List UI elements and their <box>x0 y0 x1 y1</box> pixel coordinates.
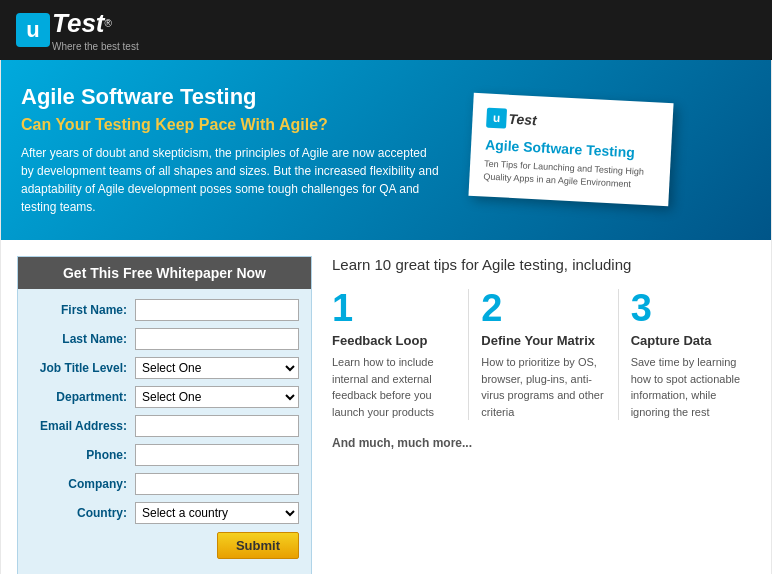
tip-desc-1: Learn how to include internal and extern… <box>332 354 456 420</box>
phone-input[interactable] <box>135 444 299 466</box>
submit-button[interactable]: Submit <box>217 532 299 559</box>
tip-number-3: 3 <box>631 289 755 327</box>
email-label: Email Address: <box>30 419 135 433</box>
tip-item-3: 3 Capture Data Save time by learning how… <box>631 289 755 420</box>
tip-desc-2: How to prioritize by OS, browser, plug-i… <box>481 354 605 420</box>
logo-u: u <box>16 13 50 47</box>
last-name-label: Last Name: <box>30 332 135 346</box>
country-select[interactable]: Select a country <box>135 502 299 524</box>
phone-label: Phone: <box>30 448 135 462</box>
form-body: First Name: Last Name: Job Title Level: … <box>18 289 311 574</box>
country-label: Country: <box>30 506 135 520</box>
hero-subtitle: Can Your Testing Keep Pace With Agile? <box>21 116 441 134</box>
hero-title: Agile Software Testing <box>21 84 441 110</box>
tip-desc-3: Save time by learning how to spot action… <box>631 354 755 420</box>
hero-text: Agile Software Testing Can Your Testing … <box>21 84 441 216</box>
tip-item-2: 2 Define Your Matrix How to prioritize b… <box>481 289 618 420</box>
tip-item-1: 1 Feedback Loop Learn how to include int… <box>332 289 469 420</box>
logo: u Test® Where the best test <box>16 8 139 52</box>
email-row: Email Address: <box>30 415 299 437</box>
last-name-input[interactable] <box>135 328 299 350</box>
tip-number-2: 2 <box>481 289 605 327</box>
main-wrapper: Agile Software Testing Can Your Testing … <box>1 60 771 574</box>
country-row: Country: Select a country <box>30 502 299 524</box>
book-header: u Test <box>486 108 659 137</box>
form-panel-header: Get This Free Whitepaper Now <box>18 257 311 289</box>
first-name-label: First Name: <box>30 303 135 317</box>
hero-banner: Agile Software Testing Can Your Testing … <box>1 60 771 240</box>
tip-title-2: Define Your Matrix <box>481 333 605 348</box>
more-text: And much, much more... <box>332 436 755 450</box>
tip-title-1: Feedback Loop <box>332 333 456 348</box>
last-name-row: Last Name: <box>30 328 299 350</box>
right-content: Learn 10 great tips for Agile testing, i… <box>332 256 755 574</box>
header: u Test® Where the best test <box>0 0 772 60</box>
hero-description: After years of doubt and skepticism, the… <box>21 144 441 216</box>
book-subtitle: Ten Tips for Launching and Testing High … <box>483 158 656 192</box>
logo-test: Test <box>52 8 105 38</box>
first-name-row: First Name: <box>30 299 299 321</box>
bottom-section: Get This Free Whitepaper Now First Name:… <box>1 240 771 574</box>
company-input[interactable] <box>135 473 299 495</box>
company-label: Company: <box>30 477 135 491</box>
email-input[interactable] <box>135 415 299 437</box>
phone-row: Phone: <box>30 444 299 466</box>
logo-reg: ® <box>105 18 112 29</box>
hero-image: u Test Agile Software Testing Ten Tips f… <box>441 98 701 201</box>
book-logo-test: Test <box>508 111 537 128</box>
logo-tagline: Where the best test <box>52 41 139 52</box>
book-logo-u: u <box>486 108 507 129</box>
job-title-label: Job Title Level: <box>30 361 135 375</box>
department-select[interactable]: Select One <box>135 386 299 408</box>
right-heading: Learn 10 great tips for Agile testing, i… <box>332 256 755 273</box>
first-name-input[interactable] <box>135 299 299 321</box>
form-panel: Get This Free Whitepaper Now First Name:… <box>17 256 312 574</box>
submit-row: Submit <box>30 532 299 559</box>
job-title-row: Job Title Level: Select One <box>30 357 299 379</box>
department-label: Department: <box>30 390 135 404</box>
tips-grid: 1 Feedback Loop Learn how to include int… <box>332 289 755 420</box>
job-title-select[interactable]: Select One <box>135 357 299 379</box>
book-mockup: u Test Agile Software Testing Ten Tips f… <box>468 93 673 207</box>
company-row: Company: <box>30 473 299 495</box>
department-row: Department: Select One <box>30 386 299 408</box>
tip-number-1: 1 <box>332 289 456 327</box>
tip-title-3: Capture Data <box>631 333 755 348</box>
